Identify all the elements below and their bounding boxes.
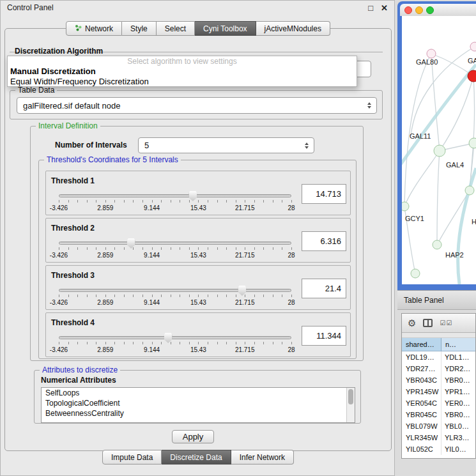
table-cell: YDR27… (402, 363, 441, 374)
network-node-label: GAL80 (416, 58, 438, 66)
select-columns-icon[interactable]: ☑☑ (440, 319, 452, 326)
slider-tick (273, 200, 273, 203)
table-row[interactable]: YDR27…YDR2… (402, 363, 475, 374)
network-node-label: HAP2 (445, 251, 464, 259)
axis-tick-label: 9.144 (144, 299, 160, 306)
slider-tick (59, 200, 59, 203)
tab-label: Network (85, 24, 113, 33)
table-header-row: shared… n… (402, 338, 475, 351)
control-panel-tabs: Network Style Select Cyni Toolbox jActiv… (1, 21, 395, 36)
tab-select[interactable]: Select (157, 21, 195, 36)
threshold-4-label: Threshold 4 (51, 318, 95, 327)
table-row[interactable]: YLR345WYLR3… (402, 432, 475, 443)
network-canvas[interactable]: GAL80 GA GAL11 GAL4 GCY1 H HAP2 (402, 16, 476, 284)
panel-title: Control Panel (7, 3, 54, 12)
threshold-3-value-input[interactable]: 21.4 (302, 279, 346, 298)
table-row[interactable]: YDL19…YDL1… (402, 351, 475, 363)
network-node[interactable] (411, 269, 420, 278)
table-toolbar: ⚙ ☑☑ (402, 314, 475, 333)
slider-tick (87, 200, 88, 203)
columns-icon[interactable] (423, 319, 433, 327)
network-node[interactable] (465, 186, 474, 195)
axis-tick-label: 21.715 (235, 346, 255, 353)
network-node[interactable] (469, 138, 476, 148)
network-node[interactable] (470, 42, 476, 51)
network-node[interactable] (433, 240, 441, 249)
slider-scale: -3.4262.8599.14415.4321.71528 (59, 252, 291, 259)
network-node-selected[interactable] (468, 70, 476, 82)
threshold-2-slider[interactable] (59, 242, 291, 245)
table-row[interactable]: YBR043CYBR0… (402, 374, 475, 386)
table-cell: YPR1… (441, 386, 475, 397)
float-icon[interactable]: □ (368, 3, 373, 13)
slider-tick (198, 295, 199, 297)
slider-tick (171, 200, 171, 203)
threshold-3-slider[interactable] (59, 289, 291, 292)
gear-icon[interactable]: ⚙ (408, 318, 416, 328)
algorithm-group-title: Discretization Algorithm (15, 47, 103, 56)
attribute-list-item[interactable]: BetweennessCentrality (42, 408, 355, 418)
attribute-list-item[interactable]: TopologicalCoefficient (42, 398, 355, 408)
threshold-4-value-input[interactable]: 11.344 (302, 326, 346, 346)
slider-tick (133, 200, 134, 203)
slider-tick (96, 247, 96, 250)
tab-impute-data[interactable]: Impute Data (102, 450, 162, 464)
dropdown-item-manual-discretization[interactable]: Manual Discretization (8, 66, 357, 77)
table-cell: YBL0… (441, 420, 475, 432)
attributes-group: Attributes to discretize Numerical Attri… (34, 370, 361, 424)
thresholds-group-title: Threshold's Coordinates for 5 Intervals (44, 155, 181, 164)
slider-tick (161, 295, 162, 297)
threshold-2-value-input[interactable]: 6.316 (302, 231, 346, 251)
slider-tick (236, 200, 236, 203)
table-cell: YBR0… (441, 374, 475, 386)
axis-tick-label: 2.859 (97, 204, 113, 211)
attribute-list-item[interactable]: SelfLoops (42, 388, 355, 398)
slider-tick (263, 200, 264, 203)
number-of-intervals-select[interactable]: 5 (138, 137, 314, 153)
network-node[interactable] (427, 49, 436, 58)
threshold-1-slider[interactable] (59, 194, 291, 197)
slider-tick (291, 342, 292, 344)
threshold-1-value-input[interactable]: 14.713 (302, 184, 346, 204)
network-node[interactable] (402, 202, 409, 211)
threshold-1-box: Threshold 1 -3.4262.8599.14415.4321.7152… (45, 171, 351, 215)
slider-tick (105, 295, 106, 297)
tab-cyni-toolbox[interactable]: Cyni Toolbox (195, 21, 256, 36)
dropdown-item-equal-width[interactable]: Equal Width/Frequency Discretization (8, 77, 357, 87)
table-row[interactable]: YBL079WYBL0… (402, 420, 475, 432)
attributes-group-title: Attributes to discretize (40, 365, 120, 374)
slider-tick (226, 342, 227, 344)
network-node[interactable] (434, 145, 445, 157)
network-window-titlebar[interactable] (400, 4, 476, 16)
table-row[interactable]: YPR145WYPR1… (402, 386, 475, 397)
close-icon[interactable]: ✕ (381, 3, 388, 13)
mac-minimize-icon[interactable] (415, 6, 423, 14)
tab-jactivemnodules[interactable]: jActiveMNodules (256, 21, 330, 36)
column-header-shared[interactable]: shared… (402, 338, 441, 351)
axis-tick-label: 21.715 (235, 204, 255, 211)
slider-tick (189, 247, 190, 250)
axis-tick-label: 15.43 (190, 346, 206, 353)
mac-close-icon[interactable] (404, 6, 412, 14)
tab-discretize-data[interactable]: Discretize Data (162, 450, 231, 464)
column-header-name[interactable]: n… (441, 338, 475, 351)
tab-style[interactable]: Style (122, 21, 157, 36)
slider-tick (105, 342, 106, 344)
tab-network[interactable]: Network (66, 21, 122, 36)
threshold-4-slider[interactable] (59, 336, 291, 339)
apply-button[interactable]: Apply (172, 430, 214, 443)
network-view-window: GAL80 GA GAL11 GAL4 GCY1 H HAP2 (397, 1, 476, 290)
mac-zoom-icon[interactable] (426, 6, 434, 14)
table-data-select[interactable]: galFiltered.sif default node (17, 97, 377, 114)
table-cell: YBR045C (402, 409, 441, 420)
attributes-scrollbar[interactable] (346, 388, 355, 422)
table-row[interactable]: YER054CYER0… (402, 397, 475, 409)
scrollbar-thumb[interactable] (348, 389, 353, 404)
table-row[interactable]: YBR045CYBR0… (402, 409, 475, 420)
tab-label: Impute Data (111, 453, 153, 462)
table-row[interactable]: YIL052CYIL0… (402, 443, 475, 455)
tab-infer-network[interactable]: Infer Network (231, 450, 294, 464)
network-icon (75, 24, 82, 33)
threshold-3-label: Threshold 3 (51, 271, 95, 280)
algorithm-dropdown: Select algorithm to view settings Manual… (7, 56, 357, 87)
